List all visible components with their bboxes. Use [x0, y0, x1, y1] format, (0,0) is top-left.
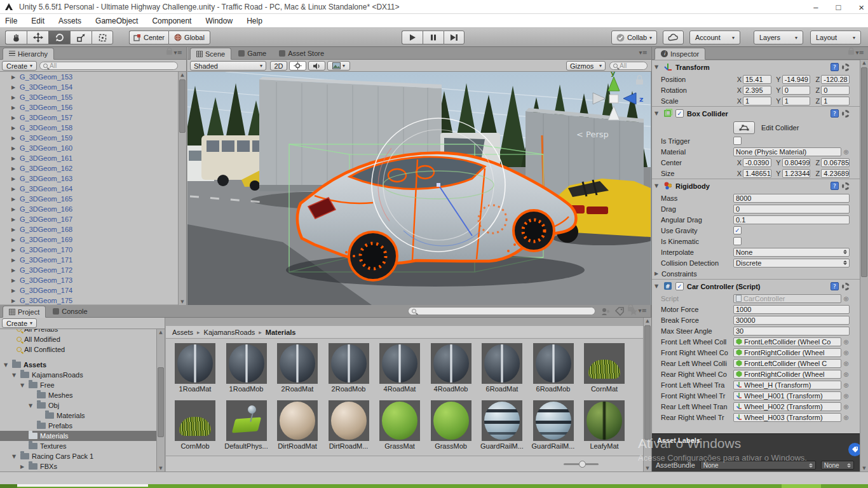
component-header-transform[interactable]: ▼Transform? [652, 60, 860, 74]
tree-item-free[interactable]: ▼Free [0, 380, 165, 390]
object-picker-icon[interactable]: ◎ [843, 339, 850, 345]
space-toggle-button[interactable]: Global [168, 30, 210, 44]
expand-arrow-icon[interactable]: ▶ [11, 95, 17, 100]
expand-arrow-icon[interactable]: ▶ [11, 288, 17, 294]
script-field[interactable]: CarController [733, 294, 841, 303]
hierarchy-item[interactable]: ▶G_3DGeom_163 [0, 173, 186, 184]
hierarchy-item[interactable]: ▶G_3DGeom_156 [0, 102, 186, 112]
asset-material[interactable]: DirtRoadM... [326, 400, 372, 450]
expand-arrow-icon[interactable]: ▶ [11, 146, 17, 151]
asset-material[interactable]: GuardRailM... [479, 400, 525, 450]
expand-arrow-icon[interactable]: ▶ [20, 464, 26, 470]
scene-search-input[interactable]: All [609, 62, 648, 70]
minimize-button[interactable]: – [813, 3, 818, 12]
move-tool-button[interactable] [27, 30, 48, 44]
checkbox[interactable] [733, 137, 742, 145]
project-content-scrollbar[interactable]: ▲ ▼ [643, 318, 651, 471]
expand-arrow-icon[interactable]: ▶ [11, 278, 17, 283]
favorite-search-item[interactable]: All Conflicted [0, 344, 165, 355]
hierarchy-item[interactable]: ▶G_3DGeom_160 [0, 143, 186, 153]
text-field[interactable]: 0.1 [733, 215, 850, 224]
object-field[interactable]: FrontRightCollider (Wheel [733, 348, 841, 357]
tree-item-materials[interactable]: Materials [0, 410, 165, 421]
object-field[interactable]: Wheel_H003 (Transform) [733, 413, 841, 422]
text-field[interactable]: 30000 [733, 316, 850, 325]
text-field[interactable]: 0 [733, 205, 850, 214]
asset-material[interactable]: GuardRailM... [531, 400, 576, 450]
hierarchy-item[interactable]: ▶G_3DGeom_166 [0, 204, 186, 214]
lock-icon[interactable] [166, 50, 172, 55]
hierarchy-item[interactable]: ▶G_3DGeom_157 [0, 112, 186, 123]
2d-toggle-button[interactable]: 2D [270, 61, 287, 71]
text-field[interactable]: 1000 [733, 305, 850, 314]
favorite-search-item[interactable]: All Prefabs [0, 329, 165, 334]
hierarchy-item[interactable]: ▶G_3DGeom_155 [0, 92, 186, 102]
breadcrumb-item[interactable]: KajamansRoads [204, 329, 255, 336]
panel-menu-icon[interactable]: ▾≡ [856, 49, 864, 56]
expand-arrow-icon[interactable]: ▶ [11, 186, 17, 192]
menu-file[interactable]: File [5, 17, 17, 25]
breadcrumb-item[interactable]: Materials [266, 329, 296, 336]
hierarchy-item[interactable]: ▶G_3DGeom_174 [0, 285, 186, 295]
vector-field[interactable]: 1.23344 [782, 169, 811, 178]
asset-material[interactable]: 1RoadMat [172, 343, 218, 393]
text-field[interactable]: 30 [733, 327, 850, 336]
inspector-scrollbar[interactable]: ▲ ▼ [860, 60, 868, 471]
scene-viewport[interactable]: y z < Persp [187, 72, 651, 305]
foldout-arrow-icon[interactable]: ▼ [654, 64, 660, 70]
tree-item-prefabs[interactable]: Prefabs [0, 421, 165, 431]
expand-arrow-icon[interactable]: ▶ [11, 217, 17, 222]
help-icon[interactable]: ? [831, 63, 839, 71]
cloud-button[interactable] [663, 30, 684, 44]
asset-material[interactable]: 4RoadMat [377, 343, 423, 393]
object-picker-icon[interactable]: ◎ [843, 149, 850, 155]
edit-collider-button[interactable] [733, 121, 755, 134]
vector-field[interactable]: 0 [782, 86, 811, 95]
perspective-label[interactable]: < Persp [576, 130, 609, 139]
shading-mode-dropdown[interactable]: Shaded▾ [190, 61, 266, 71]
layers-dropdown[interactable]: Layers▾ [754, 30, 803, 44]
dropdown-field[interactable]: None [733, 248, 850, 257]
text-field[interactable]: 8000 [733, 194, 850, 203]
expand-arrow-icon[interactable]: ▼ [20, 383, 26, 388]
tree-item-racing-cars-pack-1[interactable]: ▼Racing Cars Pack 1 [0, 451, 165, 461]
object-picker-icon[interactable]: ◎ [843, 360, 850, 367]
checkbox[interactable] [733, 237, 742, 245]
object-field[interactable]: Wheel_H002 (Transform) [733, 402, 841, 411]
help-icon[interactable]: ? [831, 182, 839, 190]
maximize-button[interactable]: □ [836, 3, 841, 12]
checkbox[interactable]: ✓ [733, 226, 742, 234]
panel-menu-icon[interactable]: ▾≡ [174, 49, 182, 56]
step-button[interactable] [444, 30, 465, 44]
collab-dropdown[interactable]: Collab▾ [611, 30, 657, 44]
tree-item-kajamansroads[interactable]: ▼KajamansRoads [0, 370, 165, 380]
rotate-tool-button[interactable] [48, 30, 70, 44]
hand-tool-button[interactable] [5, 30, 27, 44]
expand-arrow-icon[interactable]: ▶ [11, 105, 17, 111]
asset-material[interactable]: DefaultPhys... [224, 400, 269, 450]
project-create-button[interactable]: Create▾ [2, 318, 37, 328]
expand-arrow-icon[interactable]: ▶ [11, 176, 17, 182]
menu-gameobject[interactable]: GameObject [95, 17, 138, 25]
hierarchy-item[interactable]: ▶G_3DGeom_169 [0, 234, 186, 245]
expand-arrow-icon[interactable]: ▼ [12, 372, 18, 378]
asset-material[interactable]: GrassMat [377, 400, 423, 450]
effects-dropdown[interactable]: ▾ [327, 61, 350, 71]
expand-arrow-icon[interactable]: ▶ [11, 247, 17, 253]
component-header-script[interactable]: ▼#✓Car Controller (Script)? [652, 279, 860, 293]
hierarchy-item[interactable]: ▶G_3DGeom_172 [0, 265, 186, 275]
expand-arrow-icon[interactable]: ▶ [11, 156, 17, 161]
title-bar[interactable]: Unity 5.6.5f1 Personal - Ultimate Highwa… [0, 0, 868, 14]
hierarchy-create-button[interactable]: Create▾ [2, 61, 37, 71]
expand-arrow-icon[interactable]: ▶ [11, 74, 17, 80]
menu-help[interactable]: Help [247, 17, 262, 25]
object-field[interactable]: Wheel_H (Transform) [733, 381, 841, 390]
object-picker-icon[interactable]: ◎ [843, 382, 850, 388]
expand-arrow-icon[interactable]: ▼ [4, 362, 10, 368]
pivot-toggle-button[interactable]: Center [129, 30, 168, 44]
tree-item-materials[interactable]: Materials [0, 431, 165, 441]
enabled-checkbox[interactable]: ✓ [675, 109, 684, 118]
vector-field[interactable]: -0.0390 [743, 158, 771, 167]
gizmos-dropdown[interactable]: Gizmos▾ [566, 61, 606, 71]
thumbnail-size-slider[interactable] [564, 463, 599, 465]
